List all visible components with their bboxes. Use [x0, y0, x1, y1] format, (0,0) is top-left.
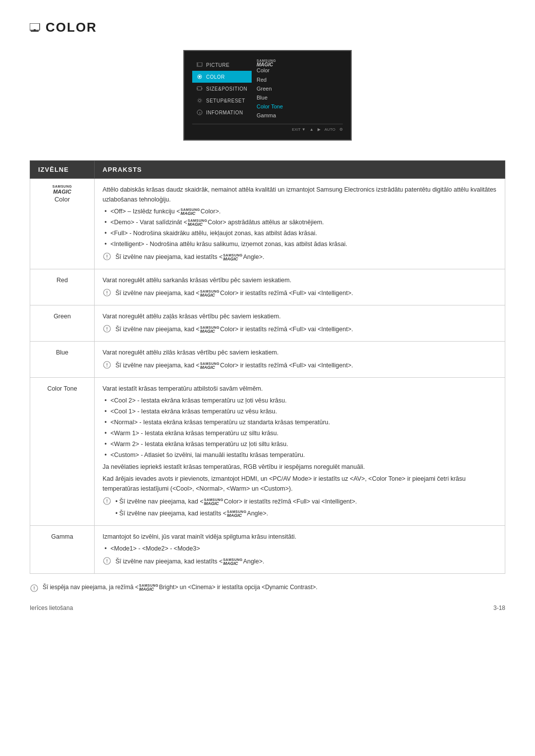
- magic-magic-label: MAGIC: [257, 62, 343, 67]
- svg-rect-0: [30, 23, 40, 30]
- note-text-ct-2: • Šī izvēlne nav pieejama, kad iestatīts…: [115, 508, 357, 518]
- footer-note: Šī iespēja nav pieejama, ja režīmā <SAMS…: [30, 584, 505, 593]
- note-icon-green: [103, 324, 111, 333]
- svg-point-16: [107, 258, 107, 259]
- list-item: <Warm 1> - Iestata ekrāna krāsas tempera…: [103, 428, 497, 438]
- settings-btn: ⚙: [339, 127, 343, 132]
- note-row-magic-color: Šī izvēlne nav pieejama, kad iestatīts <…: [103, 252, 497, 262]
- note-icon-red: [103, 288, 111, 297]
- menu-item-picture: PICTURE: [192, 59, 252, 71]
- bullets-color-tone: <Cool 2> - Iestata ekrāna krāsas tempera…: [103, 396, 497, 460]
- note-text-green: Šī izvēlne nav pieejama, kad <SAMSUNGMAG…: [115, 324, 353, 334]
- menu-item-setup: SETUP&RESET: [192, 95, 252, 106]
- col1-header: IZVĒLNE: [30, 161, 95, 179]
- svg-point-34: [34, 590, 35, 591]
- menu-label-setup: SETUP&RESET: [206, 98, 245, 103]
- label-color-tone-text: Color Tone: [47, 385, 77, 392]
- footer-page-label: Ierīces lietošana: [30, 605, 73, 611]
- right-item-gamma: Gamma: [257, 111, 343, 120]
- picture-icon: [196, 61, 203, 68]
- para-color-tone-1: Varat iestatīt krāsas temperatūru atbils…: [103, 384, 497, 394]
- svg-point-6: [199, 76, 201, 78]
- magic-color-label: Color: [257, 67, 269, 73]
- table-row-red: Red Varat noregulēt attēlu sarkanās krās…: [30, 269, 505, 305]
- label-gamma-text: Gamma: [51, 533, 73, 540]
- content-green: Varat noregulēt attēlu zaļās krāsas vērt…: [95, 305, 505, 342]
- right-item-red: Red: [257, 75, 343, 84]
- note-text-red: Šī izvēlne nav pieejama, kad <SAMSUNGMAG…: [115, 288, 353, 298]
- label-green-text: Green: [54, 313, 71, 320]
- svg-point-25: [107, 366, 107, 367]
- svg-point-19: [107, 294, 107, 295]
- right-item-blue: Blue: [257, 93, 343, 102]
- content-gamma: Izmantojot šo izvēlni, jūs varat mainīt …: [95, 526, 505, 574]
- main-table: IZVĒLNE APRAKSTS SAMSUNG MAGIC Color Att…: [30, 160, 505, 574]
- menu-item-size: SIZE&POSITION: [192, 83, 252, 95]
- footer-note-text: Šī iespēja nav pieejama, ja režīmā <SAMS…: [43, 584, 318, 592]
- label-color-tone: Color Tone: [30, 378, 95, 526]
- svg-point-10: [199, 100, 201, 102]
- para-red-1: Varat noregulēt attēlu sarkanās krāsas v…: [103, 275, 497, 285]
- monitor-area: PICTURE COLOR SIZE&POSITION: [30, 50, 505, 141]
- para-color-tone-3: Kad ārējais ievades avots ir pievienots,…: [103, 474, 497, 494]
- bullets-gamma: <Mode1> - <Mode2> - <Mode3>: [103, 544, 497, 554]
- footer-note-icon: [30, 584, 39, 593]
- up-btn: ▲: [310, 127, 314, 132]
- label-magic-color: SAMSUNG MAGIC Color: [30, 179, 95, 269]
- para-green-1: Varat noregulēt attēlu zaļās krāsas vērt…: [103, 311, 497, 321]
- info-icon: i: [196, 109, 203, 116]
- table-row-green: Green Varat noregulēt attēlu zaļās krāsa…: [30, 305, 505, 342]
- note-row-color-tone-1: • Šī izvēlne nav pieejama, kad <SAMSUNGM…: [103, 497, 497, 518]
- table-row-magic-color: SAMSUNG MAGIC Color Attēlo dabiskās krās…: [30, 179, 505, 269]
- menu-left: PICTURE COLOR SIZE&POSITION: [192, 59, 252, 120]
- bullets-magic-color: <Off> – Izslēdz funkciju <SAMSUNGMAGICCo…: [103, 206, 497, 249]
- exit-btn: EXIT ▼: [292, 127, 306, 132]
- svg-rect-4: [197, 63, 198, 67]
- menu-label-information: INFORMATION: [206, 110, 243, 115]
- list-item: <Cool 1> - Iestata ekrāna krāsas tempera…: [103, 406, 497, 416]
- para-gamma-1: Izmantojot šo izvēlni, jūs varat mainīt …: [103, 532, 497, 542]
- note-row-red: Šī izvēlne nav pieejama, kad <SAMSUNGMAG…: [103, 288, 497, 298]
- note-icon-blue: [103, 360, 111, 369]
- setup-icon: [196, 97, 203, 104]
- right-btn: ▶: [318, 127, 321, 132]
- label-blue-text: Blue: [56, 349, 68, 356]
- page-header: COLOR: [30, 20, 505, 35]
- list-item: <Custom> - Atlasiet šo izvēlni, lai manu…: [103, 450, 497, 460]
- color-section-icon: [30, 23, 41, 32]
- list-item: <Normal> - Iestata ekrāna krāsas tempera…: [103, 417, 497, 427]
- svg-text:i: i: [200, 111, 201, 115]
- page-title: COLOR: [46, 20, 97, 35]
- right-item-green: Green: [257, 84, 343, 93]
- monitor-bottom: EXIT ▼ ▲ ▶ AUTO ⚙: [192, 124, 343, 132]
- col2-header: APRAKSTS: [95, 161, 505, 179]
- label-red: Red: [30, 269, 95, 305]
- list-item: <Cool 2> - Iestata ekrāna krāsas tempera…: [103, 396, 497, 405]
- size-icon: [196, 85, 203, 92]
- auto-btn: AUTO: [324, 127, 335, 132]
- menu-item-color: COLOR: [192, 71, 252, 83]
- label-blue: Blue: [30, 342, 95, 378]
- color-icon: [196, 73, 203, 80]
- svg-point-11: [198, 99, 202, 103]
- note-icon: [103, 252, 111, 261]
- svg-point-28: [107, 503, 107, 504]
- svg-rect-2: [34, 29, 36, 31]
- note-text-blue: Šī izvēlne nav pieejama, kad <SAMSUNGMAG…: [115, 360, 353, 370]
- note-icon-color-tone-1: [103, 497, 111, 505]
- menu-label-picture: PICTURE: [206, 62, 229, 68]
- list-item: <Intelligent> - Nodrošina attēlu krāsu s…: [103, 239, 497, 249]
- footer-page-number: 3-18: [493, 605, 505, 611]
- content-color-tone: Varat iestatīt krāsas temperatūru atbils…: [95, 378, 505, 526]
- note-row-blue: Šī izvēlne nav pieejama, kad <SAMSUNGMAG…: [103, 360, 497, 370]
- note-icon-gamma: [103, 556, 111, 565]
- menu-label-color: COLOR: [206, 74, 225, 80]
- list-item-gamma: <Mode1> - <Mode2> - <Mode3>: [103, 544, 497, 554]
- table-row-gamma: Gamma Izmantojot šo izvēlni, jūs varat m…: [30, 526, 505, 574]
- list-item: <Full> - Nodrošina skaidrāku attēlu, iek…: [103, 228, 497, 238]
- svg-point-22: [107, 330, 107, 331]
- list-item: <Off> – Izslēdz funkciju <SAMSUNGMAGICCo…: [103, 206, 497, 216]
- content-blue: Varat noregulēt attēlu zilās krāsas vērt…: [95, 342, 505, 378]
- monitor-screen: PICTURE COLOR SIZE&POSITION: [183, 50, 352, 141]
- label-gamma: Gamma: [30, 526, 95, 574]
